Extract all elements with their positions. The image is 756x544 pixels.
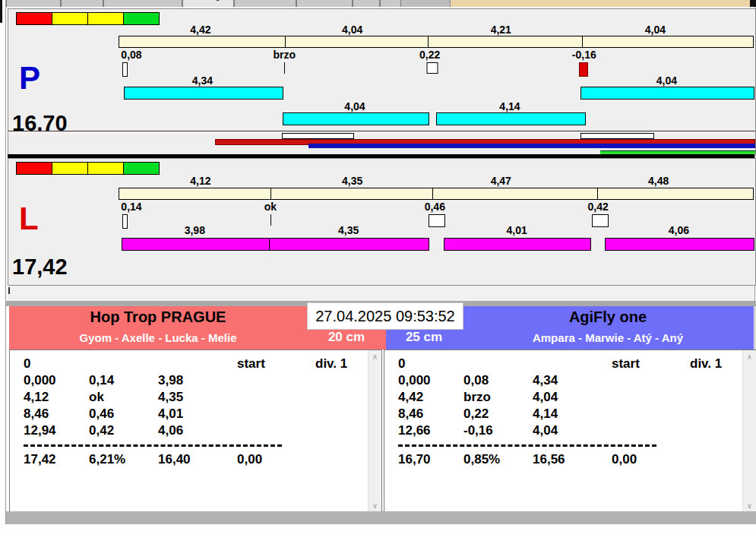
table-cell: 0,46 bbox=[89, 406, 114, 422]
lane-total-time-l: 17,42 bbox=[12, 256, 68, 278]
split-time-label: 4,12 bbox=[190, 175, 210, 187]
tab-rr-st[interactable]: RR / ST bbox=[296, 0, 353, 7]
table-cell: 4,35 bbox=[158, 390, 183, 405]
table-cell: 12,94 bbox=[24, 423, 56, 438]
scroll-up-icon[interactable]: ∧ bbox=[743, 353, 756, 361]
window-edge-mark bbox=[0, 0, 2, 23]
table-cell: 0,22 bbox=[463, 406, 489, 422]
indicator-yellow-segment bbox=[52, 162, 88, 175]
lane-letter-l: L bbox=[19, 203, 39, 235]
scroll-up-icon[interactable]: ∧ bbox=[369, 353, 381, 361]
tab-cidla[interactable]: Čidla bbox=[61, 0, 103, 7]
exchange-tick-marker bbox=[270, 214, 271, 226]
run-time-label: 4,35 bbox=[338, 224, 359, 236]
run-bar-dog4 bbox=[580, 87, 754, 100]
jump-height-badge: 20 cm bbox=[307, 330, 386, 345]
run-time-label: 3,98 bbox=[185, 224, 205, 236]
table-cell: 3,98 bbox=[158, 373, 183, 388]
table-cell: 0 bbox=[398, 356, 405, 372]
window-corner-mark bbox=[750, 0, 756, 7]
exchange-time-label: ok bbox=[264, 201, 277, 213]
lane-panel-p: P 16,70 4,42 4,04 4,21 4,04 0,08 brzo 0,… bbox=[8, 8, 756, 156]
table-cell: 4,06 bbox=[158, 423, 183, 438]
table-cell: brzo bbox=[463, 390, 491, 405]
exchange-tick-marker bbox=[284, 62, 285, 74]
table-cell: 4,12 bbox=[24, 390, 49, 405]
table-scrollbar[interactable]: ∧ ∨ bbox=[368, 350, 381, 512]
run-time-label: 4,34 bbox=[192, 74, 213, 87]
tab-rozbeh[interactable]: Rozbeh bbox=[6, 0, 61, 7]
split-time-label: 4,35 bbox=[342, 175, 362, 187]
table-cell: div. 1 bbox=[315, 356, 347, 372]
tab-kombi-graf[interactable]: Kombi Graf bbox=[103, 0, 182, 7]
tab-label: Čidla bbox=[62, 0, 103, 1]
window-frame-left bbox=[5, 0, 6, 524]
summary-divider bbox=[24, 444, 282, 447]
split-track-bar-p bbox=[119, 36, 754, 48]
tab-label: RR / ST bbox=[297, 0, 352, 1]
results-table-left[interactable]: 0 start div. 1 0,000 0,14 3,98 4,12 ok 4… bbox=[9, 349, 382, 513]
tab-druzstva[interactable]: Družstva bbox=[234, 0, 296, 7]
team-name: AgiFly one bbox=[462, 308, 754, 326]
table-cell: 4,42 bbox=[398, 390, 423, 405]
lane-panel-l: L 17,42 4,12 4,35 4,47 4,48 0,14 ok 0,46… bbox=[8, 158, 756, 286]
scroll-down-icon[interactable]: ∨ bbox=[369, 501, 381, 510]
table-cell: 0,000 bbox=[398, 373, 431, 388]
exchange-time-label: 0,42 bbox=[588, 201, 609, 213]
team-name: Hop Trop PRAGUE bbox=[9, 308, 307, 326]
exchange-time-label: -0,16 bbox=[572, 49, 596, 61]
run-time-label: 4,04 bbox=[656, 74, 677, 87]
results-table-right[interactable]: 0 start div. 1 0,000 0,08 4,34 4,42 brzo… bbox=[384, 349, 756, 513]
panel-bottom-strip bbox=[8, 285, 754, 302]
split-time-label: 4,42 bbox=[190, 24, 210, 36]
run-bar-dog1 bbox=[122, 238, 272, 251]
scroll-down-icon[interactable]: ∨ bbox=[743, 501, 756, 510]
exchange-time-label: 0,14 bbox=[121, 201, 141, 213]
exchange-time-label: 0,46 bbox=[425, 201, 445, 213]
tab-grafy[interactable]: Grafy bbox=[182, 0, 234, 7]
footer-strip bbox=[6, 511, 756, 524]
split-graph-l: 4,12 4,35 4,47 4,48 0,14 ok 0,46 0,42 3,… bbox=[119, 159, 754, 285]
indicator-yellow-segment bbox=[52, 12, 88, 25]
start-marker bbox=[122, 214, 128, 229]
summary-total: 16,70 bbox=[398, 452, 431, 467]
run-bar-dog1 bbox=[124, 87, 283, 100]
table-cell: -0,16 bbox=[463, 423, 493, 438]
split-divider bbox=[270, 188, 271, 199]
table-cell: ok bbox=[89, 390, 104, 405]
table-cell: div. 1 bbox=[690, 356, 722, 372]
exchange-time-label: brzo bbox=[273, 49, 296, 61]
sensor-white-segment bbox=[282, 133, 354, 139]
summary-percent: 0,85% bbox=[463, 452, 500, 467]
team-members: Gyom - Axelle - Lucka - Melie bbox=[9, 331, 307, 344]
indicator-red-segment bbox=[16, 162, 52, 175]
split-divider bbox=[285, 36, 286, 47]
table-scrollbar[interactable]: ∧ ∨ bbox=[742, 350, 756, 512]
summary-net-time: 16,40 bbox=[158, 452, 191, 467]
sensor-blue-bar bbox=[308, 144, 755, 148]
run-bar-dog3 bbox=[444, 238, 591, 251]
split-divider bbox=[582, 36, 583, 47]
tab-dl[interactable]: DL bbox=[353, 0, 380, 7]
indicator-red-segment bbox=[16, 12, 52, 25]
sensor-white-segment bbox=[580, 133, 654, 139]
summary-penalty: 0,00 bbox=[612, 452, 637, 467]
table-cell: 8,46 bbox=[398, 406, 423, 422]
strip-tick bbox=[8, 287, 10, 294]
early-exchange-marker bbox=[579, 62, 588, 77]
table-cell: 4,01 bbox=[158, 406, 183, 422]
run-bar-dog4 bbox=[605, 238, 754, 251]
summary-net-time: 16,56 bbox=[533, 452, 565, 467]
run-bar-dog2 bbox=[269, 238, 429, 251]
run-time-label: 4,14 bbox=[499, 100, 520, 112]
run-time-label: 4,06 bbox=[669, 224, 689, 236]
application-window: Rozbeh Čidla Kombi Graf Grafy Družstva R… bbox=[0, 0, 756, 544]
table-cell: 12,66 bbox=[398, 423, 431, 438]
jump-height-badge: 25 cm bbox=[386, 330, 462, 345]
summary-total: 17,42 bbox=[24, 452, 56, 467]
background-window-strip bbox=[450, 0, 750, 7]
table-cell: 0,08 bbox=[463, 373, 489, 388]
tab-label: Rozbeh bbox=[7, 0, 60, 1]
split-divider bbox=[597, 188, 598, 199]
split-time-label: 4,04 bbox=[645, 24, 666, 36]
